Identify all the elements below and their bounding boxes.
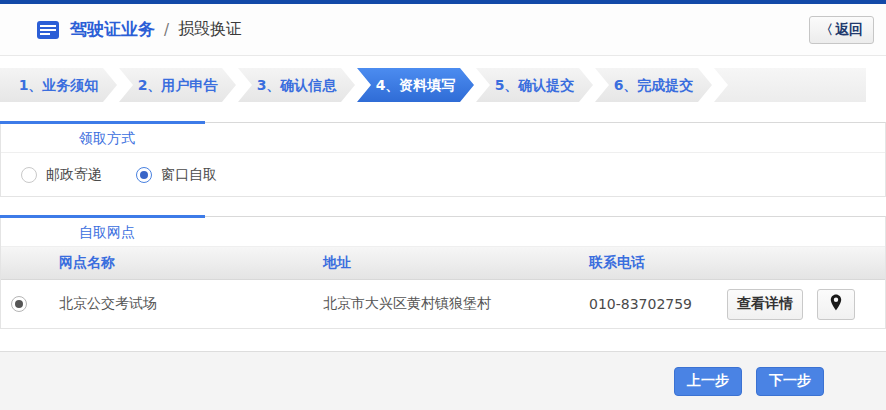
radio-unselected-icon[interactable] (21, 167, 37, 183)
wizard-step-3[interactable]: 3、确认信息 (238, 68, 355, 102)
pickup-outlets-section: 自取网点 网点名称 地址 联系电话 北京公交考试场 北京市大兴区黄村镇狼堡村 0… (0, 216, 886, 329)
wizard-trailing-segment (714, 68, 866, 102)
next-step-button[interactable]: 下一步 (756, 367, 824, 396)
breadcrumb-current: 损毁换证 (178, 19, 242, 40)
location-pin-icon (829, 294, 843, 314)
section-accent-bar (0, 121, 205, 124)
back-button-label: 返回 (835, 21, 863, 39)
pickup-method-section: 领取方式 邮政寄递 窗口自取 (0, 122, 886, 197)
breadcrumb-separator: / (164, 21, 169, 39)
footer-action-bar: 上一步 下一步 (0, 351, 886, 410)
column-header-address: 地址 (323, 254, 589, 272)
map-button[interactable] (817, 289, 855, 320)
column-header-phone: 联系电话 (589, 254, 885, 272)
outlet-table-row[interactable]: 北京公交考试场 北京市大兴区黄村镇狼堡村 010-83702759 查看详情 (1, 280, 885, 328)
outlets-table-header: 网点名称 地址 联系电话 (1, 247, 885, 280)
column-header-name: 网点名称 (1, 254, 323, 272)
wizard-step-5[interactable]: 5、确认提交 (476, 68, 593, 102)
previous-step-button[interactable]: 上一步 (674, 367, 742, 396)
page-header: 驾驶证业务 / 损毁换证 〈 返回 (0, 4, 886, 56)
pickup-section-title: 领取方式 (1, 123, 885, 153)
radio-option-window-pickup[interactable]: 窗口自取 (136, 166, 217, 184)
outlet-name-cell: 北京公交考试场 (59, 295, 323, 313)
radio-selected-icon[interactable] (136, 167, 152, 183)
outlet-phone-cell: 010-83702759 (589, 296, 727, 312)
outlets-section-title: 自取网点 (1, 217, 885, 247)
wizard-step-1[interactable]: 1、业务须知 (0, 68, 117, 102)
license-card-icon (36, 20, 60, 40)
outlet-row-radio-selected-icon[interactable] (11, 296, 27, 312)
step-wizard: 1、业务须知 2、用户申告 3、确认信息 4、资料填写 5、确认提交 6、完成提… (0, 56, 886, 122)
radio-postal-label: 邮政寄递 (46, 166, 102, 184)
outlet-row-radio-cell (1, 296, 59, 312)
section-accent-bar (0, 215, 205, 218)
page-title: 驾驶证业务 (70, 18, 155, 41)
pickup-options-row: 邮政寄递 窗口自取 (1, 153, 885, 196)
outlet-address-cell: 北京市大兴区黄村镇狼堡村 (323, 295, 589, 313)
view-details-button[interactable]: 查看详情 (727, 289, 803, 320)
back-chevron-icon: 〈 (820, 21, 833, 39)
radio-option-postal-delivery[interactable]: 邮政寄递 (21, 166, 102, 184)
wizard-step-2[interactable]: 2、用户申告 (119, 68, 236, 102)
radio-window-label: 窗口自取 (161, 166, 217, 184)
wizard-step-4-active[interactable]: 4、资料填写 (357, 68, 474, 102)
wizard-step-6[interactable]: 6、完成提交 (595, 68, 712, 102)
back-button[interactable]: 〈 返回 (809, 16, 874, 44)
